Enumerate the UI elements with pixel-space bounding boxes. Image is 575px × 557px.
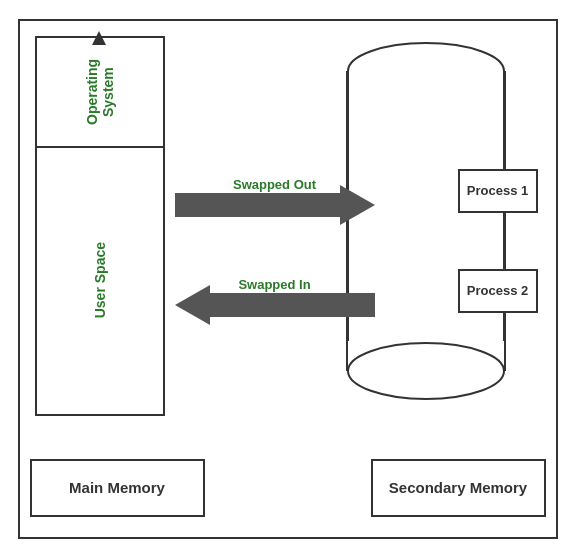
- process1-label: Process 1: [467, 183, 528, 198]
- process2-box: Process 2: [458, 269, 538, 313]
- secondary-memory-label: Secondary Memory: [389, 479, 527, 496]
- process2-label: Process 2: [467, 283, 528, 298]
- os-section: Operating System: [37, 38, 163, 148]
- svg-marker-4: [175, 185, 375, 225]
- secondary-memory-label-box: Secondary Memory: [371, 459, 546, 517]
- main-memory-label-box: Main Memory: [30, 459, 205, 517]
- diagram-area: Operating System User Space: [20, 21, 556, 451]
- outer-frame: Operating System User Space: [18, 19, 558, 539]
- process1-box: Process 1: [458, 169, 538, 213]
- svg-marker-5: [175, 285, 375, 325]
- main-memory-label: Main Memory: [69, 479, 165, 496]
- swap-in-arrow-container: Swapped In: [175, 276, 375, 316]
- swap-out-arrow-container: Swapped Out: [175, 176, 375, 216]
- top-arrow-icon: [92, 31, 106, 45]
- os-label: Operating System: [84, 38, 116, 146]
- bottom-labels: Main Memory Secondary Memory: [20, 451, 556, 531]
- swap-out-arrow-svg: [175, 185, 375, 225]
- user-space-section: User Space: [37, 148, 163, 414]
- main-memory-box: Operating System User Space: [35, 36, 165, 416]
- svg-marker-6: [92, 31, 106, 45]
- swap-in-arrow-svg: [175, 285, 375, 325]
- user-space-label: User Space: [92, 242, 108, 318]
